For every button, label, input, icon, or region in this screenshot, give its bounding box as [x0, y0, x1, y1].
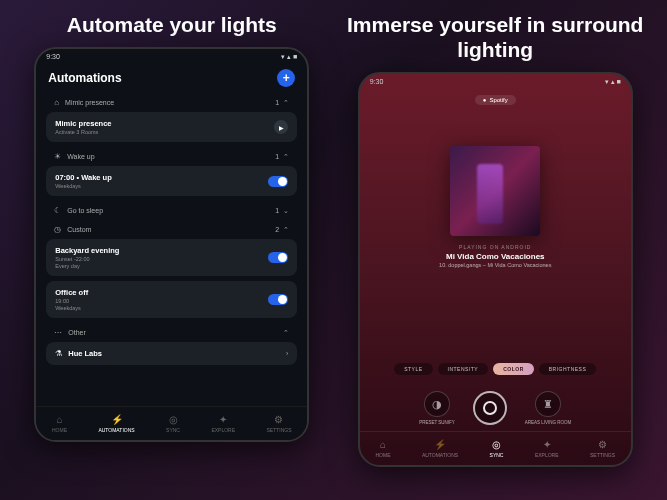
card-subtitle: Weekdays	[55, 183, 112, 189]
sunrise-icon: ☀	[54, 152, 61, 161]
add-button[interactable]: +	[277, 69, 295, 87]
nav-sync[interactable]: ◎SYNC	[166, 414, 180, 433]
chevron-right-icon: ›	[286, 350, 288, 357]
moon-icon: ☾	[54, 206, 61, 215]
play-button[interactable]: ▶	[274, 120, 288, 134]
chevron-down-icon: ⌄	[283, 207, 289, 215]
card-mimic-presence[interactable]: Mimic presence Activate 3 Rooms ▶	[46, 112, 297, 142]
status-bar: 9:30 ▾ ▴ ■	[36, 49, 307, 63]
section-label: Wake up	[67, 153, 94, 160]
nav-automations[interactable]: ⚡AUTOMATIONS	[422, 439, 458, 458]
status-icons: ▾ ▴ ■	[281, 53, 297, 61]
mimic-icon: ⌂	[54, 98, 59, 107]
source-chip[interactable]: ● Spotify	[475, 95, 516, 105]
chip-intensity[interactable]: INTENSITY	[438, 363, 489, 375]
bolt-icon: ⚡	[111, 414, 123, 425]
section-count: 2	[275, 226, 279, 233]
nav-settings[interactable]: ⚙SETTINGS	[590, 439, 615, 458]
right-heading: Immerse yourself in surround lighting	[344, 12, 648, 62]
nav-explore[interactable]: ✦EXPLORE	[211, 414, 235, 433]
areas-button[interactable]: ♜ AREAS Living room	[525, 391, 572, 425]
automations-list: ⌂Mimic presence 1⌃ Mimic presence Activa…	[36, 93, 307, 365]
album-art	[450, 146, 540, 236]
nav-label: SETTINGS	[590, 452, 615, 458]
chevron-up-icon: ⌃	[283, 226, 289, 234]
left-tablet: 9:30 ▾ ▴ ■ Automations + ⌂Mimic presence…	[34, 47, 309, 442]
nav-label: SYNC	[166, 427, 180, 433]
toggle-switch[interactable]	[268, 176, 288, 187]
section-count: 1	[275, 153, 279, 160]
track-title: Mi Vida Como Vacaciones	[360, 252, 631, 261]
rocket-icon: ✦	[543, 439, 551, 450]
card-title: Office off	[55, 288, 88, 297]
bolt-icon: ⚡	[434, 439, 446, 450]
page-title: Automations	[48, 71, 121, 85]
source-label: Spotify	[489, 97, 507, 103]
card-subtitle: Every day	[55, 263, 119, 269]
section-sleep[interactable]: ☾Go to sleep 1⌄	[46, 201, 297, 220]
areas-label: AREAS Living room	[525, 420, 572, 425]
card-title: Mimic presence	[55, 119, 111, 128]
toggle-switch[interactable]	[268, 252, 288, 263]
card-title: Hue Labs	[68, 349, 102, 358]
section-other[interactable]: ⋯Other ⌃	[46, 323, 297, 342]
card-wake-up[interactable]: 07:00 • Wake up Weekdays	[46, 166, 297, 196]
status-bar: 9:30 ▾ ▴ ■	[360, 74, 631, 88]
card-subtitle: Sunset -22:00	[55, 256, 119, 262]
preset-icon: ◑	[432, 398, 442, 411]
nav-home[interactable]: ⌂HOME	[52, 414, 67, 433]
dots-icon: ⋯	[54, 328, 62, 337]
card-subtitle: Activate 3 Rooms	[55, 129, 111, 135]
sync-icon	[483, 401, 497, 415]
card-backyard[interactable]: Backyard evening Sunset -22:00 Every day	[46, 239, 297, 276]
home-icon: ⌂	[380, 439, 386, 450]
nav-automations[interactable]: ⚡AUTOMATIONS	[98, 414, 134, 433]
card-hue-labs[interactable]: ⚗ Hue Labs ›	[46, 342, 297, 365]
section-label: Go to sleep	[67, 207, 103, 214]
areas-icon: ♜	[543, 398, 553, 411]
section-custom[interactable]: ◷Custom 2⌃	[46, 220, 297, 239]
playing-on-label: PLAYING ON ANDROID	[360, 244, 631, 250]
preset-button[interactable]: ◑ PRESET Sunify	[419, 391, 455, 425]
sync-button[interactable]	[473, 391, 507, 425]
nav-label: HOME	[52, 427, 67, 433]
chevron-up-icon: ⌃	[283, 329, 289, 337]
card-office-off[interactable]: Office off 19:00 Weekdays	[46, 281, 297, 318]
nav-label: SYNC	[490, 452, 504, 458]
nav-label: EXPLORE	[535, 452, 559, 458]
bottom-nav: ⌂HOME ⚡AUTOMATIONS ◎SYNC ✦EXPLORE ⚙SETTI…	[36, 406, 307, 440]
section-label: Custom	[67, 226, 91, 233]
card-title: Backyard evening	[55, 246, 119, 255]
section-mimic[interactable]: ⌂Mimic presence 1⌃	[46, 93, 297, 112]
rocket-icon: ✦	[219, 414, 227, 425]
card-subtitle: 19:00	[55, 298, 88, 304]
control-chips: STYLE INTENSITY COLOR BRIGHTNESS	[360, 363, 631, 375]
toggle-switch[interactable]	[268, 294, 288, 305]
nav-explore[interactable]: ✦EXPLORE	[535, 439, 559, 458]
left-heading: Automate your lights	[20, 12, 324, 37]
card-title: 07:00 • Wake up	[55, 173, 112, 182]
spotify-icon: ●	[483, 97, 487, 103]
section-wake[interactable]: ☀Wake up 1⌃	[46, 147, 297, 166]
chip-style[interactable]: STYLE	[394, 363, 432, 375]
nav-sync[interactable]: ◎SYNC	[490, 439, 504, 458]
track-artist: 10. doppel.gangs – Mi Vida Como Vacacion…	[360, 262, 631, 268]
gear-icon: ⚙	[598, 439, 607, 450]
flask-icon: ⚗	[55, 349, 62, 358]
status-time: 9:30	[46, 53, 60, 61]
sync-icon: ◎	[492, 439, 501, 450]
nav-label: AUTOMATIONS	[422, 452, 458, 458]
status-time: 9:30	[370, 78, 384, 86]
section-label: Other	[68, 329, 86, 336]
nav-home[interactable]: ⌂HOME	[375, 439, 390, 458]
gear-icon: ⚙	[274, 414, 283, 425]
clock-icon: ◷	[54, 225, 61, 234]
nav-label: EXPLORE	[211, 427, 235, 433]
chevron-up-icon: ⌃	[283, 153, 289, 161]
sync-icon: ◎	[169, 414, 178, 425]
nav-label: HOME	[375, 452, 390, 458]
chip-color[interactable]: COLOR	[493, 363, 534, 375]
nav-settings[interactable]: ⚙SETTINGS	[266, 414, 291, 433]
status-icons: ▾ ▴ ■	[605, 78, 621, 86]
chip-brightness[interactable]: BRIGHTNESS	[539, 363, 597, 375]
